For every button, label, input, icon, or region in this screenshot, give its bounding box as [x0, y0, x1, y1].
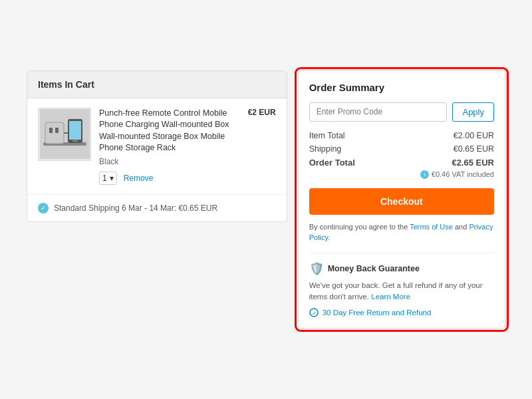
dropdown-arrow-icon: ▾ — [110, 174, 114, 183]
remove-button[interactable]: Remove — [124, 174, 154, 183]
guarantee-text: We've got your back. Get a full refund i… — [309, 280, 494, 303]
promo-row: Apply — [309, 102, 494, 122]
item-total-line: Item Total €2.00 EUR — [309, 131, 494, 140]
order-total-line: Order Total €2.65 EUR — [309, 158, 494, 168]
svg-rect-7 — [72, 140, 78, 142]
shipping-label: Standard Shipping 6 Mar - 14 Mar: €0.65 … — [54, 203, 217, 213]
item-qty-row: 1 ▾ Remove — [99, 172, 240, 185]
item-total-label: Item Total — [309, 131, 345, 140]
guarantee-header: 🛡️ Money Back Guarantee — [309, 261, 494, 276]
svg-rect-2 — [45, 122, 64, 144]
return-policy-link[interactable]: 30 Day Free Return and Refund — [323, 309, 432, 317]
order-summary-section: Order Summary Apply Item Total €2.00 EUR… — [298, 70, 505, 329]
return-policy-row: ✓ 30 Day Free Return and Refund — [309, 308, 494, 317]
vat-note: i €0.46 VAT included — [309, 170, 494, 179]
quantity-value: 1 — [102, 174, 107, 183]
terms-of-use-link[interactable]: Terms of Use — [410, 223, 453, 231]
vat-text: €0.46 VAT included — [432, 170, 494, 178]
apply-promo-button[interactable]: Apply — [452, 102, 494, 122]
order-total-label: Order Total — [309, 158, 355, 168]
order-total-value: €2.65 EUR — [452, 158, 494, 168]
guarantee-icon: 🛡️ — [309, 261, 324, 276]
shipping-line: Shipping €0.65 EUR — [309, 144, 494, 154]
shipping-row: ✓ Standard Shipping 6 Mar - 14 Mar: €0.6… — [27, 195, 287, 221]
svg-rect-6 — [69, 121, 81, 140]
cart-item-details: Punch-free Remote Control Mobile Phone C… — [99, 108, 240, 185]
item-name: Punch-free Remote Control Mobile Phone C… — [99, 108, 240, 154]
terms-period: . — [328, 233, 330, 241]
return-shield-icon: ✓ — [309, 308, 319, 317]
svg-rect-4 — [55, 128, 59, 133]
svg-rect-3 — [49, 128, 53, 133]
promo-code-input[interactable] — [309, 102, 448, 122]
terms-text: By continuing you agree to the Terms of … — [309, 221, 494, 243]
guarantee-title: Money Back Guarantee — [328, 264, 420, 273]
page-container: Items In Cart — [13, 57, 519, 342]
cart-title: Items In Cart — [38, 79, 94, 90]
product-image — [38, 108, 91, 161]
summary-title: Order Summary — [309, 82, 494, 93]
checkout-button[interactable]: Checkout — [309, 188, 494, 215]
learn-more-link[interactable]: Learn More — [371, 293, 410, 301]
shipping-total-value: €0.65 EUR — [454, 144, 494, 154]
item-total-value: €2.00 EUR — [454, 131, 494, 140]
cart-item: Punch-free Remote Control Mobile Phone C… — [27, 98, 287, 195]
cart-header: Items In Cart — [27, 71, 287, 98]
quantity-selector[interactable]: 1 ▾ — [99, 172, 117, 185]
guarantee-section: 🛡️ Money Back Guarantee We've got your b… — [309, 253, 494, 318]
cart-section: Items In Cart — [27, 70, 287, 222]
svg-text:✓: ✓ — [311, 311, 316, 317]
item-color: Black — [99, 157, 240, 166]
vat-info-icon: i — [420, 170, 429, 179]
shipping-icon: ✓ — [38, 203, 49, 213]
shipping-total-label: Shipping — [309, 144, 342, 154]
terms-prefix: By continuing you agree to the — [309, 223, 410, 231]
item-price: €2 EUR — [248, 108, 276, 185]
terms-and: and — [453, 223, 469, 231]
